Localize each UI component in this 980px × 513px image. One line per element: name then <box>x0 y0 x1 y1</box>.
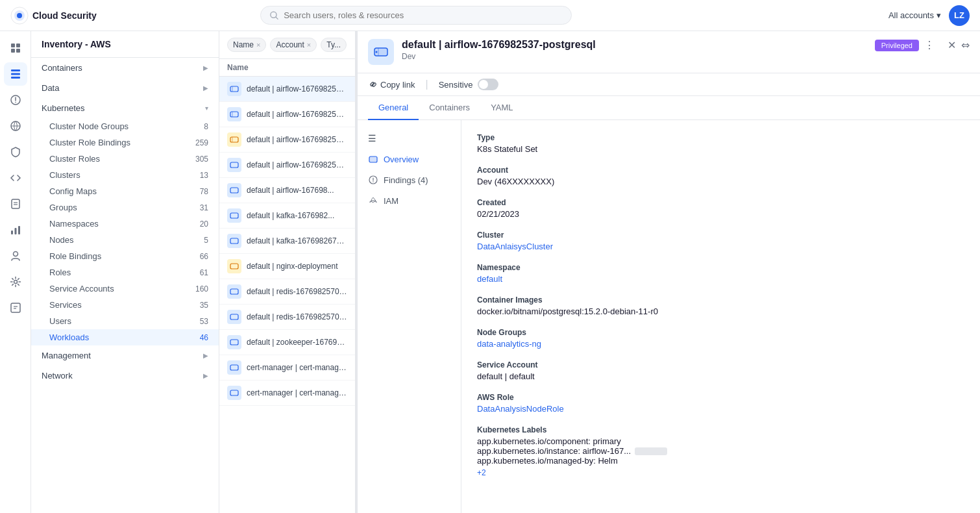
workload-icon <box>227 335 241 349</box>
aws-role-value[interactable]: DataAnalysisNodeRole <box>477 404 964 414</box>
namespace-value[interactable]: default <box>477 274 964 284</box>
workload-icon <box>227 310 241 324</box>
all-accounts-dropdown[interactable]: All accounts ▾ <box>888 10 941 20</box>
svg-rect-25 <box>11 303 20 312</box>
sidebar-section-containers-header[interactable]: Containers ▶ <box>31 58 219 78</box>
filter-name[interactable]: Name × <box>227 38 266 52</box>
sidenav-overview[interactable]: Overview <box>358 149 461 169</box>
copy-link-button[interactable]: Copy link <box>368 80 415 90</box>
nav-users-button[interactable] <box>4 244 27 268</box>
sidebar-section-network-header[interactable]: Network ▶ <box>31 366 219 386</box>
sidebar-item-service-accounts[interactable]: Service Accounts 160 <box>31 281 219 297</box>
workload-icon <box>227 234 241 248</box>
account-link[interactable]: Dev (46 <box>477 177 507 186</box>
svg-rect-9 <box>11 69 20 71</box>
show-more-labels[interactable]: +2 <box>477 468 964 477</box>
list-item[interactable]: cert-manager | cert-manage... <box>219 355 355 381</box>
nav-compliance-button[interactable] <box>4 192 27 216</box>
filter-account[interactable]: Account × <box>270 38 317 52</box>
sidebar-item-role-bindings[interactable]: Role Bindings 66 <box>31 248 219 264</box>
sidebar-item-cluster-role-bindings[interactable]: Cluster Role Bindings 259 <box>31 134 219 151</box>
nav-settings-button[interactable] <box>4 270 27 294</box>
nav-shield-button[interactable] <box>4 140 27 164</box>
list-items: default | airflow-1676982537... default … <box>219 77 355 513</box>
nav-dashboard-button[interactable] <box>4 36 27 60</box>
tab-general[interactable]: General <box>368 96 419 120</box>
nav-code-button[interactable] <box>4 166 27 190</box>
list-item[interactable]: default | redis-1676982570-m... <box>219 279 355 305</box>
sidenav-iam[interactable]: IAM <box>358 190 461 211</box>
tab-containers[interactable]: Containers <box>419 96 480 120</box>
sidebar-item-cluster-roles[interactable]: Cluster Roles 305 <box>31 151 219 167</box>
filter-name-close[interactable]: × <box>256 41 260 49</box>
sidebar-item-config-maps[interactable]: Config Maps 78 <box>31 183 219 199</box>
expand-button[interactable]: ⇔ <box>961 39 970 51</box>
svg-rect-21 <box>14 228 16 234</box>
search-input[interactable] <box>284 10 562 20</box>
nav-inventory-button[interactable] <box>4 62 27 86</box>
service-account-link1[interactable]: default <box>477 371 502 381</box>
sidebar-section-data-header[interactable]: Data ▶ <box>31 78 219 98</box>
workload-icon-orange <box>227 132 241 147</box>
field-service-account: Service Account default | default <box>477 360 964 381</box>
svg-rect-39 <box>230 289 238 294</box>
sidebar-item-namespaces[interactable]: Namespaces 20 <box>31 216 219 232</box>
list-item[interactable]: default | kafka-1676982... <box>219 203 355 229</box>
list-item[interactable]: default | airflow-1676982537... <box>219 153 355 178</box>
list-item-label: default | kafka-1676982670-... <box>247 236 347 245</box>
list-item[interactable]: default | airflow-1676982537... <box>219 127 355 153</box>
list-item[interactable]: cert-manager | cert-manage... <box>219 381 355 406</box>
sidebar-section-management-header[interactable]: Management ▶ <box>31 345 219 366</box>
logo: Cloud Security <box>10 6 97 25</box>
filter-type[interactable]: Ty... <box>321 38 347 52</box>
search-bar[interactable] <box>260 6 572 25</box>
close-button[interactable]: ✕ <box>948 39 956 51</box>
tab-yaml[interactable]: YAML <box>480 96 523 120</box>
sidebar-item-users[interactable]: Users 53 <box>31 313 219 329</box>
sidebar-section-network-label: Network <box>42 371 73 381</box>
type-value: K8s Stateful Set <box>477 144 964 154</box>
svg-point-47 <box>376 51 378 53</box>
detail-panel: default | airflow-1676982537-postgresql … <box>358 31 980 513</box>
nav-bar-chart-button[interactable] <box>4 218 27 242</box>
node-groups-value[interactable]: data-analytics-ng <box>477 339 964 349</box>
created-label: Created <box>477 198 964 207</box>
nav-network-button[interactable] <box>4 114 27 138</box>
sidebar-item-nodes[interactable]: Nodes 5 <box>31 232 219 248</box>
type-label: Type <box>477 133 964 142</box>
more-options-button[interactable]: ⋮ <box>924 39 935 51</box>
sensitive-toggle: Sensitive <box>439 79 499 90</box>
sidebar-item-clusters[interactable]: Clusters 13 <box>31 167 219 183</box>
nav-export-button[interactable] <box>4 296 27 319</box>
filter-account-close[interactable]: × <box>307 41 311 49</box>
svg-point-24 <box>14 281 17 284</box>
sidebar-section-kubernetes-header[interactable]: Kubernetes ▾ <box>31 98 219 118</box>
svg-rect-30 <box>230 112 238 117</box>
sensitive-toggle-switch[interactable] <box>478 79 498 90</box>
container-images-label: Container Images <box>477 295 964 305</box>
list-item[interactable]: default | zookeeper-1676982... <box>219 330 355 355</box>
list-item[interactable]: default | airflow-1676982537... <box>219 77 355 102</box>
sidebar-item-services[interactable]: Services 35 <box>31 297 219 313</box>
list-item[interactable]: default | airflow-1676982537... <box>219 102 355 127</box>
sidenav-findings[interactable]: Findings (4) <box>358 169 461 190</box>
avatar[interactable]: LZ <box>949 5 970 26</box>
nav-alerts-button[interactable] <box>4 88 27 112</box>
svg-point-52 <box>373 181 373 182</box>
sidenav-menu-icon[interactable]: ☰ <box>358 128 461 149</box>
created-value: 02/21/2023 <box>477 209 964 219</box>
cluster-value[interactable]: DataAnlaisysCluster <box>477 242 964 251</box>
cube-icon <box>368 154 378 164</box>
sidebar-item-roles[interactable]: Roles 61 <box>31 264 219 281</box>
sidebar-item-cluster-node-groups[interactable]: Cluster Node Groups 8 <box>31 118 219 134</box>
list-item[interactable]: default | redis-1676982570-r... <box>219 305 355 330</box>
list-item[interactable]: default | airflow-167698... <box>219 178 355 203</box>
sidebar-item-groups[interactable]: Groups 31 <box>31 199 219 216</box>
list-item[interactable]: default | nginx-deployment <box>219 254 355 279</box>
sidebar-item-workloads[interactable]: Workloads 46 <box>31 329 219 345</box>
svg-rect-11 <box>11 77 20 79</box>
chevron-right-icon-data: ▶ <box>203 84 208 92</box>
service-account-link2[interactable]: default <box>509 371 535 381</box>
list-column-header: Name <box>219 59 355 77</box>
list-item[interactable]: default | kafka-1676982670-... <box>219 229 355 254</box>
